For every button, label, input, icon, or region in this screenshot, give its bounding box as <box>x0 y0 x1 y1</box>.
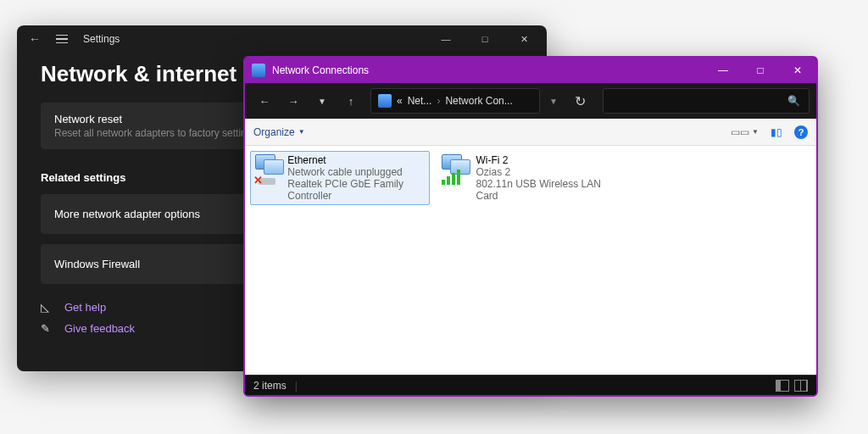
help-icon: ◺ <box>41 301 54 314</box>
back-icon[interactable]: ← <box>29 32 41 46</box>
related-item-label: Windows Firewall <box>54 258 140 270</box>
link-label: Give feedback <box>64 322 135 335</box>
ethernet-icon: ✕ <box>255 154 281 185</box>
hamburger-icon[interactable] <box>56 35 68 43</box>
explorer-titlebar[interactable]: Network Connections ― □ ✕ <box>245 58 816 83</box>
maximize-button[interactable]: □ <box>465 25 504 53</box>
preview-pane-button[interactable]: ▮▯ <box>771 126 782 138</box>
window-title: Network Connections <box>272 64 369 76</box>
organize-button[interactable]: Organize ▼ <box>253 126 305 138</box>
search-icon: 🔍 <box>787 95 800 107</box>
details-view-button[interactable] <box>776 380 789 392</box>
disconnected-x-icon: ✕ <box>253 174 263 186</box>
maximize-button[interactable]: □ <box>742 58 779 83</box>
adapter-device: 802.11n USB Wireless LAN Card <box>476 178 611 202</box>
link-label: Get help <box>64 301 106 314</box>
wifi-icon <box>442 154 469 185</box>
crumb-seg1[interactable]: Net... <box>408 95 432 107</box>
adapter-name: Ethernet <box>287 154 425 166</box>
signal-bars-icon <box>442 170 460 185</box>
item-count: 2 items <box>253 380 287 392</box>
adapter-status: Network cable unplugged <box>287 166 425 178</box>
nav-history-button[interactable]: ▼ <box>309 88 335 114</box>
location-icon <box>378 94 392 108</box>
adapter-name: Wi-Fi 2 <box>476 154 611 166</box>
close-button[interactable]: ✕ <box>779 58 816 83</box>
chevron-down-icon: ▼ <box>298 128 305 136</box>
network-connections-window: Network Connections ― □ ✕ ← → ▼ ↑ « Net.… <box>243 56 818 397</box>
address-dropdown-button[interactable]: ▼ <box>543 97 564 106</box>
settings-titlebar: ← Settings ― □ ✕ <box>17 25 547 53</box>
refresh-button[interactable]: ↻ <box>567 93 593 109</box>
address-bar[interactable]: « Net... › Network Con... <box>370 88 540 114</box>
organize-label: Organize <box>253 126 295 138</box>
crumb-prefix: « <box>397 95 403 107</box>
adapter-list: ✕ Ethernet Network cable unplugged Realt… <box>245 146 816 375</box>
chevron-right-icon: › <box>437 95 440 107</box>
feedback-icon: ✎ <box>41 322 54 335</box>
search-input[interactable]: 🔍 <box>603 88 810 114</box>
adapter-ssid: Ozias 2 <box>476 166 611 178</box>
minimize-button[interactable]: ― <box>426 25 465 53</box>
nav-up-button[interactable]: ↑ <box>338 88 364 114</box>
page-title: Network & internet <box>41 61 236 87</box>
related-item-label: More network adapter options <box>54 208 200 220</box>
nav-forward-button[interactable]: → <box>281 88 306 114</box>
adapter-item-ethernet[interactable]: ✕ Ethernet Network cable unplugged Realt… <box>250 151 430 205</box>
explorer-navbar: ← → ▼ ↑ « Net... › Network Con... ▼ ↻ 🔍 <box>245 83 816 119</box>
minimize-button[interactable]: ― <box>704 58 742 83</box>
adapter-item-wifi2[interactable]: Wi-Fi 2 Ozias 2 802.11n USB Wireless LAN… <box>437 151 616 205</box>
tiles-view-button[interactable] <box>794 380 808 392</box>
help-icon[interactable]: ? <box>794 125 808 139</box>
app-title: Settings <box>83 33 120 45</box>
nav-back-button[interactable]: ← <box>252 88 277 114</box>
view-mode-button[interactable]: ▭▭ ▼ <box>731 126 759 138</box>
close-button[interactable]: ✕ <box>504 25 543 53</box>
crumb-seg2[interactable]: Network Con... <box>445 95 512 107</box>
explorer-statusbar: 2 items | <box>245 375 816 395</box>
network-connections-icon <box>252 64 265 77</box>
explorer-toolbar: Organize ▼ ▭▭ ▼ ▮▯ ? <box>245 119 816 146</box>
adapter-device: Realtek PCIe GbE Family Controller <box>287 178 425 202</box>
